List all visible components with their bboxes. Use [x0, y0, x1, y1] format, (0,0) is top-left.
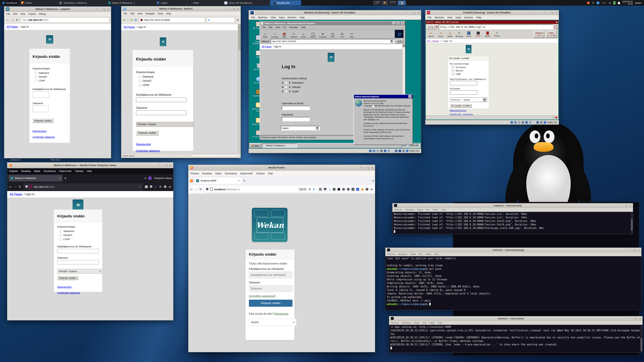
save-button[interactable]: Save: [465, 31, 473, 37]
links-button[interactable]: Links: [396, 39, 404, 43]
forward-icon[interactable]: →: [14, 185, 16, 189]
all-pages-link[interactable]: All Pages: [262, 45, 272, 48]
minimize-button[interactable]: –: [162, 164, 163, 167]
menu-tiedosto[interactable]: Tiedosto: [389, 321, 400, 325]
firefox-titlebar[interactable]: WeKan ® Multiverse — Mozilla Firefox Yks…: [7, 162, 173, 168]
menu-help[interactable]: Help: [300, 26, 307, 29]
menu-ohje[interactable]: Ohje: [433, 252, 440, 256]
home-button[interactable]: ⌂Home: [446, 31, 454, 37]
task-button-wekan-ladybird[interactable]: WeKan ® Multiverse - L...: [106, 0, 154, 5]
url-bar[interactable]: localhost:4000/sign-in 130 % ★: [204, 186, 317, 193]
menu-muokkaa[interactable]: Muokkaa: [397, 252, 408, 256]
menu-edit[interactable]: Edit: [268, 26, 274, 29]
menu-edit[interactable]: Edit: [129, 11, 136, 16]
register-link[interactable]: Rekisteröidy: [274, 312, 289, 315]
radio-ldap[interactable]: [34, 79, 37, 82]
language-select[interactable]: Suomi▾: [249, 319, 296, 326]
menu-file[interactable]: File: [122, 11, 129, 16]
register-link[interactable]: Rekisteröinti: [136, 143, 151, 146]
menu-edit[interactable]: Edit: [12, 12, 19, 16]
task-button-gimp[interactable]: *[Nimetön]-1.0 (RGB-vä...: [57, 0, 106, 5]
close-button[interactable]: ×: [108, 8, 109, 10]
password-input[interactable]: [136, 110, 186, 115]
language-select[interactable]: Finnish / Suomi▼: [450, 97, 487, 102]
menu-devices[interactable]: Devices: [286, 15, 298, 19]
terminal-scrollbar[interactable]: [640, 325, 642, 352]
menu-paate[interactable]: Pääte: [424, 252, 433, 256]
maximize-button[interactable]: □: [103, 8, 105, 10]
terminal-scrollbar[interactable]: [631, 212, 633, 234]
username-input[interactable]: [282, 106, 310, 110]
login-button[interactable]: Kirjaudu sisään: [32, 118, 53, 123]
refresh-button[interactable]: ↻Refresh: [290, 32, 297, 38]
minimize-button[interactable]: –: [632, 317, 633, 320]
menu-kirjanmerkit[interactable]: Kirjanmerkit: [57, 168, 73, 174]
maximize-button[interactable]: □: [233, 7, 235, 10]
register-link[interactable]: Rekisteröinti: [32, 130, 46, 133]
minimize-button[interactable]: –: [100, 8, 101, 10]
shade-button[interactable]: ^: [406, 11, 408, 14]
netsurf-titlebar[interactable]: WeKan ® Multiverse - NetSurf ^–□×: [121, 6, 241, 11]
close-button[interactable]: ×: [555, 11, 557, 14]
forgot-password-link[interactable]: Unohtuiko salasana: [450, 113, 472, 115]
login-button[interactable]: Kirjaudu sisään: [249, 300, 292, 307]
shade-button[interactable]: ^: [158, 164, 160, 167]
shade-button[interactable]: ^: [96, 8, 98, 10]
forgot-password-link[interactable]: Unohtuiko salasana: [57, 291, 80, 294]
minimize-button[interactable]: –: [548, 11, 549, 14]
radio-oauth2[interactable]: [138, 80, 141, 82]
minimize-button[interactable]: –: [230, 7, 231, 10]
menu-nayta[interactable]: Näytä: [214, 171, 223, 176]
close-button[interactable]: ✕: [408, 95, 412, 98]
login-button[interactable]: Kirjaudu sisään: [136, 131, 158, 135]
radio-oauth2[interactable]: [285, 86, 288, 88]
forward-icon[interactable]: →: [195, 187, 198, 191]
warning-tray-icon[interactable]: ✕: [587, 1, 590, 4]
volume-tray-icon[interactable]: ◁): [608, 1, 611, 4]
desktop-icon-label[interactable]: Taltio (512: [50, 159, 60, 161]
forward-button[interactable]: →Forw: [436, 31, 444, 37]
task-button-virtualboxvm[interactable]: VirtualBoxVM 2: [270, 0, 301, 5]
menu-machine[interactable]: Machine: [433, 15, 446, 19]
maximize-button[interactable]: □: [634, 249, 636, 251]
password-input[interactable]: [450, 90, 477, 95]
panel-clock[interactable]: 2023-05-10 22:53: [622, 1, 632, 5]
search-icon[interactable]: [554, 25, 558, 29]
menu-file[interactable]: File: [250, 15, 256, 19]
menu-input[interactable]: Input: [454, 15, 462, 19]
forgot-password-link[interactable]: Unohditko salasanasi?: [249, 295, 276, 298]
home-button[interactable]: ⌂Home: [300, 32, 307, 38]
menu-muokkaa[interactable]: Muokkaa: [404, 208, 416, 212]
bookmark-star-icon[interactable]: ☆: [139, 185, 141, 188]
page-info-icon[interactable]: [210, 188, 213, 191]
shade-button[interactable]: ^: [360, 166, 362, 169]
url-bar[interactable]: http://192.168.0.20:8000/: [139, 17, 205, 23]
back-icon[interactable]: ←: [6, 18, 9, 22]
maximize-button[interactable]: □: [635, 317, 637, 320]
workspace-switcher[interactable]: [373, 1, 406, 5]
app-menu-icon[interactable]: ≡: [370, 187, 373, 191]
menu-muokkaa[interactable]: Muokkaa: [400, 321, 412, 325]
close-tab-icon[interactable]: ✕: [238, 179, 240, 182]
dialog-titlebar[interactable]: About Internet Explorer ✕: [354, 95, 412, 98]
start-button[interactable]: Start: [250, 144, 261, 148]
extensions-puzzle-icon[interactable]: [164, 185, 166, 188]
bug-meter-count[interactable]: 1: [553, 116, 554, 119]
close-button[interactable]: ×: [372, 166, 373, 169]
applications-menu[interactable]: Sovellukset: [0, 0, 19, 6]
menu-file[interactable]: File: [261, 26, 267, 29]
menu-kirjanmerkit[interactable]: Kirjanmerkit: [238, 171, 254, 176]
close-button[interactable]: ×: [630, 204, 631, 207]
search-button[interactable]: Search: [310, 32, 316, 38]
bookmarks-button[interactable]: Book: [484, 31, 492, 37]
vm-titlebar[interactable]: Windows 95 [Running] - Oracle VM Virtual…: [249, 10, 421, 15]
stop-button[interactable]: ✕Stop: [281, 33, 288, 38]
task-button-terminal[interactable]: Pääte 5: [187, 0, 222, 5]
menu-file[interactable]: File: [426, 15, 433, 19]
forward-icon[interactable]: →: [130, 18, 133, 22]
register-link[interactable]: Rekisteröinti: [57, 286, 72, 289]
downloads-icon[interactable]: ↓: [328, 188, 331, 191]
scroll-up-icon[interactable]: ▲: [402, 44, 405, 47]
menu-etsi[interactable]: Etsi: [417, 252, 424, 256]
maximize-button[interactable]: □: [166, 164, 168, 167]
